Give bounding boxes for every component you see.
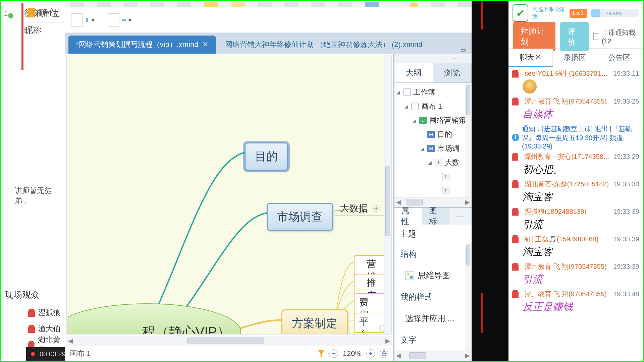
toolbar-icon[interactable] (123, 2, 138, 7)
tree-topic-blank[interactable]: T (394, 184, 472, 197)
tab-icons[interactable]: 图标 (422, 208, 450, 225)
node-market-research[interactable]: 市场调查 (267, 203, 333, 231)
panel-collapse-icon[interactable]: — (450, 208, 472, 225)
tree-topic-blank[interactable]: T (394, 170, 472, 184)
toolbar-icon[interactable] (311, 2, 325, 7)
zoom-in-button[interactable]: + (366, 349, 375, 358)
speaker-row[interactable]: 静心 (28, 3, 65, 23)
props-choose-style[interactable]: 选择并应用 ... (394, 308, 472, 329)
tab-record[interactable]: 录播区 (553, 49, 597, 67)
tree-central[interactable]: ◢C网络营销策 (394, 113, 472, 127)
toolbar-icon[interactable] (284, 2, 299, 7)
rate-button[interactable]: 评价 (560, 22, 589, 51)
toolbar-icon[interactable] (258, 2, 272, 7)
toolbar-icon[interactable] (150, 2, 164, 7)
msg-timestamp: 19:33:29 (613, 153, 639, 161)
toolbar-icon[interactable] (177, 2, 191, 7)
filter-icon[interactable] (318, 350, 325, 357)
level-progress: 66/390 (591, 9, 639, 17)
secondary-toolbar[interactable]: ⬆▾ ➡▾ (65, 7, 472, 33)
msg-username[interactable]: seo-Y011-蜗牛(1660370127) (525, 69, 610, 78)
maximize-icon[interactable]: ▭ (461, 46, 466, 54)
folder-icon[interactable] (204, 2, 218, 7)
tab-browse[interactable]: 浏览 (433, 63, 472, 82)
toolbar-icon[interactable] (70, 2, 84, 7)
zoom-out-button[interactable]: − (329, 349, 338, 358)
expand-icon[interactable]: + (373, 205, 380, 212)
tab-inactive[interactable]: 网络营销大神年终修仙计划 （绝世神功修炼大法） (2).xmind (218, 36, 430, 54)
tree-main-2[interactable]: ◢M市场调 (394, 141, 472, 156)
props-hscroll[interactable]: ◀▶ (394, 351, 472, 361)
tree-main-1[interactable]: M目的 (394, 127, 472, 141)
image-icon[interactable] (365, 2, 379, 7)
tree-topic-1[interactable]: ◢T大数 (394, 156, 472, 170)
export-button[interactable]: ➡▾ (108, 13, 131, 27)
msg-body: 反正是赚钱 (512, 299, 639, 315)
node-purpose[interactable]: 目的 (245, 142, 288, 171)
chat-message: 钉| 王磊🎵(1593980268)19:33:39淘宝客 (512, 235, 639, 260)
chat-message-list[interactable]: seo-Y011-蜗牛(1660370127)19:33:11潭州教育 飞 翔(… (508, 67, 643, 317)
audience-item[interactable]: 渔大伯 (28, 321, 65, 337)
msg-body: 淘宝客 (512, 244, 639, 260)
mentor-plan-button[interactable]: 拜师计划 (513, 22, 555, 51)
online-dot-icon (8, 13, 13, 18)
msg-body: 淘宝客 (512, 189, 639, 205)
outline-tree[interactable]: ◢工作簿 ◢画布 1 ◢C网络营销策 M目的 ◢M市场调 ◢T大数 T T T (394, 83, 472, 197)
document-tabbar: *网络营销策划撰写流程（vip）.xmind ✕ 网络营销大神年终修仙计划 （绝… (65, 33, 472, 54)
panel-minimize-icon[interactable]: — (463, 55, 469, 62)
canvas-hscroll[interactable]: ◀ ▶ (66, 336, 392, 346)
mindmap-canvas[interactable]: 程（静心VIP） 目的 市场调查 大数据+ 方案制定 2营销策略+ 3推广策略+… (66, 55, 392, 335)
tab-outline[interactable]: 大纲 (394, 63, 433, 82)
arrow-up-icon: ⬆ (85, 16, 90, 24)
tab-properties[interactable]: 属性 (394, 208, 422, 225)
msg-username[interactable]: 潭州教育 飞 翔(970547355) (525, 290, 607, 299)
main-toolbar[interactable] (65, 1, 472, 7)
canvas-pane: 程（静心VIP） 目的 市场调查 大数据+ 方案制定 2营销策略+ 3推广策略+… (65, 54, 394, 361)
tree-canvas[interactable]: ◢画布 1 (394, 99, 472, 113)
scroll-left-icon[interactable]: ◀ (66, 336, 74, 346)
props-structure-value[interactable]: 思维导图 (394, 265, 472, 286)
props-list[interactable]: 结构 思维导图 我的样式 选择并应用 ... 文字 (394, 243, 472, 351)
props-structure-header: 结构 (394, 243, 472, 265)
tab-notice[interactable]: 公告区 (597, 49, 641, 67)
import-button[interactable]: ⬆▾ (71, 13, 95, 27)
notify-checkbox[interactable]: 上课通知我(12 (593, 28, 638, 45)
props-topic-label: 主题 (394, 225, 472, 243)
section-audience: 现场观众 (5, 289, 40, 301)
root-node[interactable]: 程（静心VIP） (66, 303, 241, 335)
props-vscroll[interactable] (465, 243, 472, 351)
toolbar-icon[interactable] (458, 2, 472, 7)
canvas-vscroll[interactable] (384, 55, 391, 334)
tree-vscroll[interactable] (465, 83, 472, 197)
note-icon[interactable] (231, 2, 245, 7)
audience-item[interactable]: 涅孤狼 (28, 305, 65, 321)
msg-username[interactable]: 涅孤狼(1892488139) (525, 207, 587, 216)
scroll-right-icon[interactable]: ▶ (384, 336, 392, 346)
tab-chat[interactable]: 聊天区 (508, 49, 553, 67)
close-icon[interactable]: ✕ (202, 40, 208, 49)
msg-username[interactable]: 湖北黄石-东楚(1725015182) (525, 180, 609, 189)
panel-menu-icon[interactable]: ⋯ (453, 55, 459, 62)
elapsed-time: 00:03:29 (40, 350, 66, 358)
chat-message: seo-Y011-蜗牛(1660370127)19:33:11 (512, 69, 639, 95)
leaf-big-data[interactable]: 大数据+ (340, 202, 380, 215)
bulb-icon[interactable] (410, 2, 418, 7)
toolbar-icon[interactable] (431, 2, 445, 7)
tree-hscroll[interactable]: ◀▶ (394, 197, 472, 207)
record-dot-icon (31, 352, 35, 356)
node-plan[interactable]: 方案制定 (281, 309, 348, 335)
msg-timestamp: 19:33:39 (613, 235, 639, 243)
chat-message: i通知：[进基础教室上课] 退出 [『基础课』每周一至周五19:30开课] 频道… (512, 124, 639, 150)
tab-active[interactable]: *网络营销策划撰写流程（vip）.xmind ✕ (68, 36, 216, 54)
msg-username[interactable]: 钉| 王磊🎵(1593980268) (525, 235, 598, 244)
tree-workbook[interactable]: ◢工作簿 (394, 85, 472, 99)
msg-username[interactable]: 潭州教育---安心(1717435841) (524, 152, 610, 161)
sheet-name[interactable]: 画布 1 (70, 349, 91, 359)
toolbar-icon[interactable] (338, 2, 352, 7)
scroll-thumb[interactable] (187, 338, 264, 344)
zoom-fit-button[interactable]: ⊖ (380, 349, 388, 358)
msg-username[interactable]: 潭州教育 飞 翔(970547355) (525, 262, 607, 271)
msg-username[interactable]: 潭州教育 飞 翔(970547355) (525, 97, 607, 106)
toolbar-icon[interactable] (97, 2, 111, 7)
connectors (67, 55, 391, 334)
